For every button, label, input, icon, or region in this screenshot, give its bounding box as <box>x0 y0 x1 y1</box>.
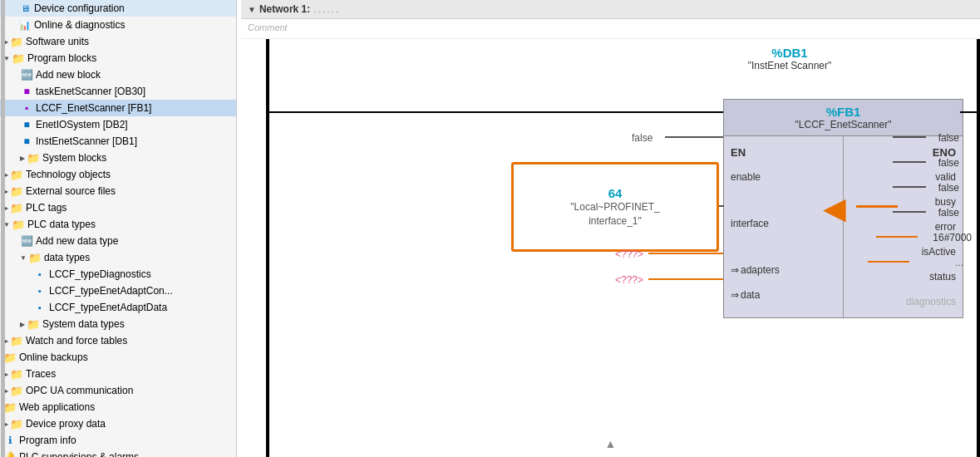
sidebar-item-lccf-diag[interactable]: ▪ LCCF_typeDiagnostics <box>0 266 236 283</box>
sidebar-label: InstEnetScanner [DB1] <box>36 135 233 147</box>
udt-icon3: ▪ <box>33 301 47 314</box>
enable-wire <box>665 136 723 138</box>
valid-wire <box>893 136 926 138</box>
sidebar: 🖥 Device configuration 📊 Online & diagno… <box>0 0 237 457</box>
interface-input-box: 64 "Local~PROFINET_ interface_1" <box>511 162 719 252</box>
ob-icon: ■ <box>20 85 33 98</box>
status-value: 16#7000 <box>933 232 972 243</box>
diagnostics-value: ... <box>955 257 963 268</box>
db-ref: %DB1 <box>723 46 856 60</box>
sidebar-item-lccf-enet-adpt-data[interactable]: ▪ LCCF_typeEnetAdaptData <box>0 299 236 316</box>
db-instance-label: %DB1 "InstEnet Scanner" <box>723 46 856 71</box>
sidebar-item-program-info[interactable]: ℹ Program info <box>0 432 236 449</box>
sidebar-item-tech-objects[interactable]: ▶ 📁 Technology objects <box>0 166 236 183</box>
ladder-diagram: %DB1 "InstEnet Scanner" %FB1 "LCCF_EnetS… <box>241 39 980 457</box>
adapters-arrow: ⇒ <box>731 264 739 276</box>
network-title: Network 1: <box>259 3 310 15</box>
sidebar-item-plc-supervisions[interactable]: 🔔 PLC supervisions & alarms <box>0 449 236 457</box>
fb-input-pins: EN enable interface ⇒ adapters <box>724 136 843 317</box>
sidebar-label: LCCF_EnetScanner [FB1] <box>36 102 233 114</box>
pin-adapters-label: adapters <box>741 264 780 276</box>
main-editor: ▼ Network 1: ...... Comment %DB1 "InstEn… <box>241 0 980 457</box>
pin-interface-label: interface <box>731 218 769 229</box>
folder-icon: 📁 <box>10 417 23 430</box>
sidebar-item-lccf-enet-adpt-con[interactable]: ▪ LCCF_typeEnetAdaptCon... <box>0 283 236 299</box>
interface-wire <box>719 205 724 207</box>
sidebar-label: System blocks <box>42 152 233 164</box>
folder-icon: 📁 <box>27 317 40 331</box>
sidebar-label: Software units <box>26 36 233 47</box>
sidebar-item-task-enet[interactable]: ■ taskEnetScanner [OB30] <box>0 83 236 100</box>
fb-icon: ▪ <box>20 101 33 115</box>
network-collapse-arrow[interactable]: ▼ <box>248 5 256 14</box>
udt-icon2: ▪ <box>33 284 47 297</box>
pin-status-label: status <box>929 271 956 283</box>
folder-icon: 📁 <box>3 351 17 364</box>
data-wire <box>648 278 723 280</box>
sidebar-label: Add new data type <box>36 235 233 247</box>
network-dots: ...... <box>313 3 340 15</box>
sidebar-label: taskEnetScanner [OB30] <box>36 86 233 97</box>
diagnostics-wire <box>868 261 909 263</box>
sidebar-item-software-units[interactable]: ▶ 📁 Software units <box>0 33 236 50</box>
pin-diagnostics-label: diagnostics <box>906 296 956 307</box>
udt-icon: ▪ <box>33 268 47 281</box>
sidebar-label: Add new block <box>36 69 233 81</box>
pin-data: ⇒ data <box>731 283 836 307</box>
sidebar-item-lccf-enet[interactable]: ▪ LCCF_EnetScanner [FB1] <box>0 100 236 116</box>
sidebar-item-system-blocks[interactable]: ▶ 📁 System blocks <box>0 150 236 166</box>
sidebar-item-enet-io[interactable]: ■ EnetIOSystem [DB2] <box>0 116 236 133</box>
sidebar-item-opc-ua[interactable]: ▶ 📁 OPC UA communication <box>0 382 236 399</box>
folder-icon: 📁 <box>10 168 23 181</box>
db-name: "InstEnet Scanner" <box>723 60 856 71</box>
diag-icon: 📊 <box>18 18 32 32</box>
sidebar-item-program-blocks[interactable]: ▼ 📁 Program blocks <box>0 50 236 66</box>
pin-en: EN <box>731 140 836 165</box>
db-icon: ■ <box>20 118 33 131</box>
busy-wire <box>893 161 926 163</box>
sidebar-item-device-config[interactable]: 🖥 Device configuration <box>0 0 236 17</box>
fb-block-body: EN enable interface ⇒ adapters <box>724 136 963 317</box>
folder-icon: 📁 <box>10 35 23 48</box>
folder-icon: 📁 <box>10 334 23 347</box>
sidebar-label: Technology objects <box>26 169 233 180</box>
fb-name: "LCCF_EnetScanner" <box>729 119 958 130</box>
sidebar-item-data-types[interactable]: ▼ 📁 data types <box>0 249 236 266</box>
sidebar-label: Online & diagnostics <box>34 19 233 31</box>
sidebar-item-watch-force[interactable]: ▶ 📁 Watch and force tables <box>0 332 236 349</box>
sidebar-label: Device proxy data <box>26 418 233 430</box>
enable-value: false <box>632 132 653 144</box>
sidebar-item-plc-data-types[interactable]: ▼ 📁 PLC data types <box>0 216 236 233</box>
sidebar-label: Traces <box>26 368 233 380</box>
sidebar-label: LCCF_typeEnetAdaptCon... <box>49 285 233 297</box>
sidebar-label: LCCF_typeDiagnostics <box>49 268 233 280</box>
data-value: <???> <box>615 274 643 286</box>
sidebar-item-system-dtypes[interactable]: ▶ 📁 System data types <box>0 316 236 332</box>
sidebar-item-add-block[interactable]: 🆕 Add new block <box>0 66 236 83</box>
interface-name: "Local~PROFINET_ interface_1" <box>570 200 659 228</box>
folder-icon: 📁 <box>27 151 40 165</box>
folder-icon: 📁 <box>10 201 23 214</box>
sidebar-item-device-proxy[interactable]: ▶ 📁 Device proxy data <box>0 415 236 432</box>
sidebar-item-ext-sources[interactable]: ▶ 📁 External source files <box>0 183 236 199</box>
sidebar-label: data types <box>44 252 233 263</box>
sidebar-item-web-apps[interactable]: 📁 Web applications <box>0 399 236 415</box>
isactive-value: false <box>938 207 959 219</box>
sidebar-item-plc-tags[interactable]: ▶ 📁 PLC tags <box>0 199 236 216</box>
pin-isactive-label: isActive <box>922 246 956 258</box>
sidebar-label: System data types <box>42 318 233 330</box>
sidebar-item-inst-enet[interactable]: ■ InstEnetScanner [DB1] <box>0 133 236 150</box>
sidebar-item-traces[interactable]: ▶ 📁 Traces <box>0 366 236 382</box>
sidebar-label: External source files <box>26 185 233 197</box>
sidebar-item-online-diag[interactable]: 📊 Online & diagnostics <box>0 17 236 33</box>
orange-arrow-icon: ◀ <box>823 194 846 224</box>
sidebar-resize-handle[interactable] <box>1 0 5 457</box>
sidebar-item-online-backups[interactable]: 📁 Online backups <box>0 349 236 366</box>
pin-diagnostics: diagnostics <box>850 289 956 314</box>
fb-block-header: %FB1 "LCCF_EnetScanner" <box>724 100 963 136</box>
sidebar-label: Online backups <box>19 351 233 363</box>
sidebar-item-add-dtype[interactable]: 🆕 Add new data type <box>0 233 236 249</box>
fb-ref: %FB1 <box>729 105 958 119</box>
data-arrow: ⇒ <box>731 289 739 301</box>
info-icon: ℹ <box>3 434 17 447</box>
